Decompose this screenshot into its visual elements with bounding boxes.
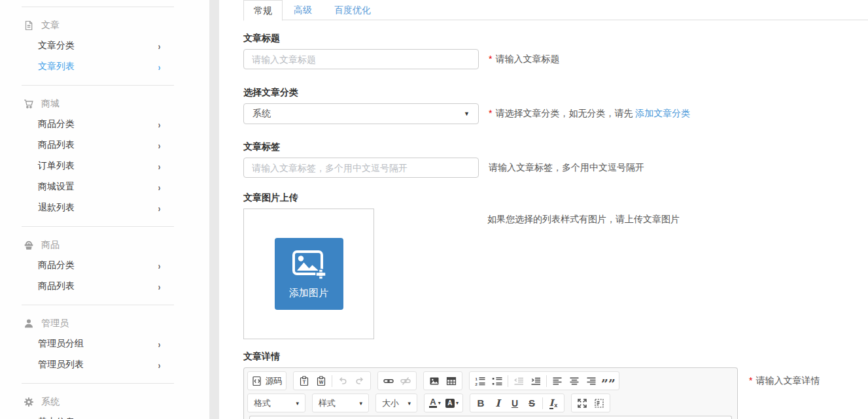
- add-image-icon: [291, 249, 326, 280]
- editor-content-area[interactable]: [249, 416, 732, 419]
- sidebar-item-refund-list[interactable]: 退款列表 ›: [0, 197, 209, 218]
- sidebar-item-order-list[interactable]: 订单列表 ›: [0, 156, 209, 176]
- remove-format-button[interactable]: I x: [545, 395, 562, 411]
- divider: [22, 383, 174, 384]
- article-image-label: 文章图片上传: [243, 192, 868, 204]
- sidebar-item-article-list[interactable]: 文章列表 ›: [0, 56, 209, 77]
- sidebar-item-admin-list[interactable]: 管理员列表 ›: [0, 354, 209, 375]
- tab-baidu-seo[interactable]: 百度优化: [323, 0, 382, 20]
- sidebar-section-article: 文章: [24, 16, 209, 35]
- align-center-icon: [569, 376, 580, 386]
- sidebar-main-divider: [209, 0, 219, 419]
- numbered-list-button[interactable]: 1 2: [472, 373, 489, 389]
- blockquote-button[interactable]: ””: [600, 373, 617, 389]
- article-tags-note: 请输入文章标签，多个用中文逗号隔开: [489, 162, 644, 174]
- svg-text:W: W: [319, 380, 324, 384]
- sidebar-item-product-category[interactable]: 商品分类 ›: [0, 255, 209, 276]
- sidebar-section-system: 系统: [24, 392, 209, 412]
- numbered-list-icon: 1 2: [475, 376, 485, 386]
- format-dropdown[interactable]: 格式 ▾: [247, 394, 305, 412]
- article-form: 文章标题 *请输入文章标题 选择文章分类 系统 ▼ *请选择文章分类，如无分类，…: [243, 20, 868, 419]
- add-image-button[interactable]: 添加图片: [275, 238, 343, 310]
- link-button[interactable]: [380, 373, 397, 389]
- align-left-icon: [552, 376, 563, 386]
- tab-general[interactable]: 常规: [243, 0, 283, 21]
- sidebar-item-basic-info[interactable]: 基本信息 ›: [0, 412, 209, 419]
- required-asterisk: *: [489, 54, 492, 64]
- sidebar-section-title: 管理员: [41, 318, 69, 329]
- maximize-button[interactable]: [574, 395, 591, 411]
- align-left-button[interactable]: [549, 373, 566, 389]
- add-category-link[interactable]: 添加文章分类: [635, 108, 690, 118]
- strikethrough-icon: S: [529, 397, 535, 409]
- svg-text:2: 2: [476, 382, 478, 386]
- gear-icon: [24, 397, 34, 407]
- underline-button[interactable]: U: [506, 395, 523, 411]
- caret-down-icon: ▼: [464, 110, 470, 117]
- editor-toolbar-row2: 格式 ▾ 样式 ▾ 大小 ▾ A ▾: [247, 394, 734, 412]
- chevron-right-icon: ›: [158, 281, 161, 292]
- chevron-right-icon: ›: [158, 260, 161, 271]
- selected-category: 系统: [252, 108, 271, 120]
- align-right-button[interactable]: [583, 373, 600, 389]
- redo-button[interactable]: [351, 373, 368, 389]
- image-upload-box: 添加图片: [243, 209, 374, 339]
- background-color-button[interactable]: A ▾: [443, 395, 460, 411]
- article-title-input[interactable]: [243, 49, 479, 69]
- cart-icon: [24, 99, 34, 109]
- sidebar-item-goods-list[interactable]: 商品列表 ›: [0, 135, 209, 156]
- caret-down-icon: ▾: [456, 400, 459, 406]
- strikethrough-button[interactable]: S: [523, 395, 540, 411]
- toolbar-separator: [332, 375, 332, 387]
- bulleted-list-button[interactable]: [489, 373, 506, 389]
- undo-icon: [338, 376, 348, 386]
- sidebar-item-product-list[interactable]: 商品列表 ›: [0, 276, 209, 297]
- article-tags-input[interactable]: [243, 158, 479, 178]
- text-color-icon: A: [429, 398, 436, 408]
- paste-text-button[interactable]: T: [296, 373, 313, 389]
- table-icon: [446, 376, 457, 386]
- required-asterisk: *: [489, 108, 492, 118]
- chevron-right-icon: ›: [158, 61, 161, 73]
- style-dropdown[interactable]: 样式 ▾: [312, 394, 369, 412]
- maximize-icon: [577, 398, 587, 409]
- caret-down-icon: ▾: [359, 400, 362, 407]
- toolbar-separator: [546, 375, 547, 387]
- chevron-right-icon: ›: [158, 182, 161, 193]
- italic-button[interactable]: I: [489, 395, 506, 411]
- text-color-button[interactable]: A ▾: [426, 395, 443, 411]
- undo-button[interactable]: [334, 373, 351, 389]
- insert-table-button[interactable]: [443, 373, 460, 389]
- show-blocks-button[interactable]: [591, 395, 608, 411]
- basket-icon: [24, 240, 34, 250]
- source-code-icon: [252, 376, 262, 386]
- sidebar-item-admin-group[interactable]: 管理员分组 ›: [0, 333, 209, 354]
- unlink-button[interactable]: [397, 373, 414, 389]
- source-code-button[interactable]: 源码: [250, 373, 284, 389]
- align-center-button[interactable]: [566, 373, 583, 389]
- tab-bar: 常规 高级 百度优化: [243, 0, 868, 20]
- chevron-right-icon: ›: [158, 360, 161, 371]
- article-tags-label: 文章标签: [243, 141, 868, 153]
- indent-button[interactable]: [527, 373, 544, 389]
- main-content: 常规 高级 百度优化 文章标题 *请输入文章标题 选择文章分类 系统 ▼ *请选…: [219, 0, 868, 419]
- sidebar-item-article-category[interactable]: 文章分类 ›: [0, 35, 209, 56]
- outdent-button[interactable]: [510, 373, 527, 389]
- sidebar-section-title: 文章: [41, 20, 60, 31]
- sidebar-item-mall-settings[interactable]: 商城设置 ›: [0, 176, 209, 197]
- article-category-select[interactable]: 系统 ▼: [243, 103, 479, 124]
- caret-down-icon: ▾: [296, 400, 299, 407]
- paste-word-button[interactable]: W: [313, 373, 330, 389]
- bold-button[interactable]: B: [472, 395, 489, 411]
- sidebar-item-goods-category[interactable]: 商品分类 ›: [0, 114, 209, 135]
- size-dropdown[interactable]: 大小 ▾: [375, 394, 417, 412]
- divider: [22, 226, 174, 227]
- redo-icon: [355, 376, 365, 386]
- article-detail-label: 文章详情: [243, 351, 868, 363]
- insert-image-button[interactable]: [426, 373, 443, 389]
- sidebar-section-product: 商品: [24, 235, 209, 255]
- editor-toolbar-row1: 源码 T: [247, 371, 734, 390]
- underline-icon: U: [512, 398, 518, 409]
- tab-advanced[interactable]: 高级: [283, 0, 323, 20]
- sidebar: 文章 文章分类 › 文章列表 › 商城 商品分类 › 商品列表 › 订单列表 ›…: [0, 0, 209, 419]
